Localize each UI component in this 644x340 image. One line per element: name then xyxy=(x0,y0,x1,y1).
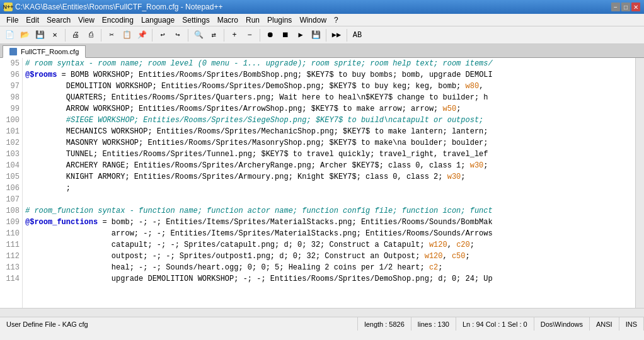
replace-button[interactable]: ⇄ xyxy=(207,28,221,42)
menu-item-edit[interactable]: Edit xyxy=(22,14,43,26)
line-number: 111 xyxy=(3,239,20,251)
editor: 9596979899100101102103104105106107108109… xyxy=(0,58,644,308)
menu-item-plugins[interactable]: Plugins xyxy=(263,14,296,26)
save-button[interactable]: 💾 xyxy=(33,28,47,42)
line-number: 114 xyxy=(3,273,20,285)
menu-item-encoding[interactable]: Encoding xyxy=(98,14,137,26)
status-cursor: Ln : 94 Col : 1 Sel : 0 xyxy=(456,317,534,331)
macro-stop-button[interactable]: ⏹ xyxy=(279,28,292,42)
tab-label: FullCTF_Room.cfg xyxy=(21,48,79,55)
menu-item-view[interactable]: View xyxy=(74,14,98,26)
line-number: 103 xyxy=(3,149,20,160)
line-number: 102 xyxy=(3,137,20,149)
line-number: 113 xyxy=(3,262,20,273)
status-encoding: ANSI xyxy=(590,317,619,331)
status-bar: User Define File - KAG cfg length : 5826… xyxy=(0,317,644,331)
code-line: # room_function syntax - function name; … xyxy=(25,205,633,217)
code-line xyxy=(25,194,633,205)
redo-button[interactable]: ↪ xyxy=(171,28,185,42)
code-line: @$room_functions = bomb; -; -; Entities/… xyxy=(25,217,633,228)
menu-item-settings[interactable]: Settings xyxy=(178,14,213,26)
title-bar-text: C:\KAG\Base\Entities\Rooms\FullCTF_Room.… xyxy=(15,3,222,11)
code-line: KNIGHT ARMORY; Entities/Rooms/Sprites/Ar… xyxy=(25,171,633,183)
line-number: 101 xyxy=(3,126,20,137)
line-number: 108 xyxy=(3,205,20,217)
code-line: QUARTERS; Entities/Rooms/Sprites/Quarter… xyxy=(25,92,633,103)
line-number: 112 xyxy=(3,251,20,262)
minimize-button[interactable]: − xyxy=(611,3,620,11)
zoom-in-button[interactable]: + xyxy=(227,28,241,42)
code-area[interactable]: # room syntax - room name; room level (0… xyxy=(23,58,635,308)
new-button[interactable]: 📄 xyxy=(3,28,16,42)
menu-item-macro[interactable]: Macro xyxy=(214,14,242,26)
status-length: length : 5826 xyxy=(358,317,411,331)
line-number: 99 xyxy=(3,103,20,115)
separator-2 xyxy=(101,29,101,42)
zoom-out-button[interactable]: − xyxy=(243,28,256,42)
code-line: ARCHERY RANGE; Entities/Rooms/Sprites/Ar… xyxy=(25,160,633,171)
separator-8 xyxy=(347,29,347,42)
open-button[interactable]: 📂 xyxy=(18,28,32,42)
print-button[interactable]: 🖨 xyxy=(69,28,83,42)
cut-button[interactable]: ✂ xyxy=(105,28,118,42)
line-number: 97 xyxy=(3,81,20,92)
separator-5 xyxy=(224,29,224,42)
separator-7 xyxy=(326,29,326,42)
code-line: ; xyxy=(25,183,633,194)
title-bar: N++ C:\KAG\Base\Entities\Rooms\FullCTF_R… xyxy=(0,0,644,14)
status-line-ending: Dos\Windows xyxy=(534,317,590,331)
scrollbar-horizontal[interactable] xyxy=(0,308,644,317)
line-number: 104 xyxy=(3,160,20,171)
menu-item-search[interactable]: Search xyxy=(43,14,74,26)
menu-item-run[interactable]: Run xyxy=(242,14,263,26)
menu-item-language[interactable]: Language xyxy=(137,14,178,26)
line-number: 98 xyxy=(3,92,20,103)
macro-save-button[interactable]: 💾 xyxy=(309,28,323,42)
macro-record-button[interactable]: ⏺ xyxy=(263,28,277,42)
status-filetype: User Define File - KAG cfg xyxy=(0,317,358,331)
close-all-button[interactable]: ✕ xyxy=(48,28,62,42)
scrollbar-vertical[interactable] xyxy=(635,58,644,308)
code-line: DEMOLITION WORKSHOP; Entities/Rooms/Spri… xyxy=(25,81,633,92)
menu-bar: FileEditSearchViewEncodingLanguageSettin… xyxy=(0,14,644,26)
app-icon: N++ xyxy=(4,3,13,11)
code-line: @$rooms = BOMB WORKSHOP; Entities/Rooms/… xyxy=(25,69,633,81)
line-number: 96 xyxy=(3,69,20,81)
print-now-button[interactable]: ⎙ xyxy=(84,28,98,42)
line-numbers: 9596979899100101102103104105106107108109… xyxy=(0,58,23,308)
code-line: heal; -; -; Sounds/heart.ogg; 0; 0; 5; H… xyxy=(25,262,633,273)
syntax-button[interactable]: AB xyxy=(350,28,364,42)
line-number: 107 xyxy=(3,194,20,205)
maximize-button[interactable]: □ xyxy=(621,3,630,11)
code-line: outpost; -; -; Sprites/outpost1.png; d; … xyxy=(25,251,633,262)
code-line: arrow; -; -; Entities/Items/Sprites/Mate… xyxy=(25,228,633,239)
code-line: ARROW WORKSHOP; Entities/Rooms/Sprites/A… xyxy=(25,103,633,115)
run-button[interactable]: ▶▶ xyxy=(330,28,343,42)
title-bar-left: N++ C:\KAG\Base\Entities\Rooms\FullCTF_R… xyxy=(4,3,222,11)
tab-bar: FullCTF_Room.cfg xyxy=(0,44,644,58)
line-number: 110 xyxy=(3,228,20,239)
code-line: TUNNEL; Entities/Rooms/Sprites/Tunnel.pn… xyxy=(25,149,633,160)
menu-item-file[interactable]: File xyxy=(3,14,22,26)
status-lines: lines : 130 xyxy=(411,317,456,331)
tab-file-icon xyxy=(9,48,17,55)
separator-6 xyxy=(260,29,260,42)
separator-3 xyxy=(152,29,152,42)
paste-button[interactable]: 📌 xyxy=(135,28,149,42)
menu-item-?[interactable]: ? xyxy=(330,14,342,26)
copy-button[interactable]: 📋 xyxy=(120,28,134,42)
file-tab[interactable]: FullCTF_Room.cfg xyxy=(3,45,86,58)
status-mode: INS xyxy=(619,317,644,331)
close-button[interactable]: ✕ xyxy=(631,3,640,11)
macro-play-button[interactable]: ▶ xyxy=(294,28,308,42)
undo-button[interactable]: ↩ xyxy=(156,28,170,42)
separator-1 xyxy=(65,29,66,42)
menu-item-window[interactable]: Window xyxy=(296,14,330,26)
find-button[interactable]: 🔍 xyxy=(192,28,205,42)
code-line: # room syntax - room name; room level (0… xyxy=(25,58,633,69)
code-line: MECHANICS WORKSHOP; Entities/Rooms/Sprit… xyxy=(25,126,633,137)
line-number: 105 xyxy=(3,171,20,183)
code-line: upgrade DEMOLITION WORKSHOP; -; -; Entit… xyxy=(25,273,633,285)
code-line: catapult; -; -; Sprites/catapult.png; d;… xyxy=(25,239,633,251)
separator-4 xyxy=(188,29,188,42)
